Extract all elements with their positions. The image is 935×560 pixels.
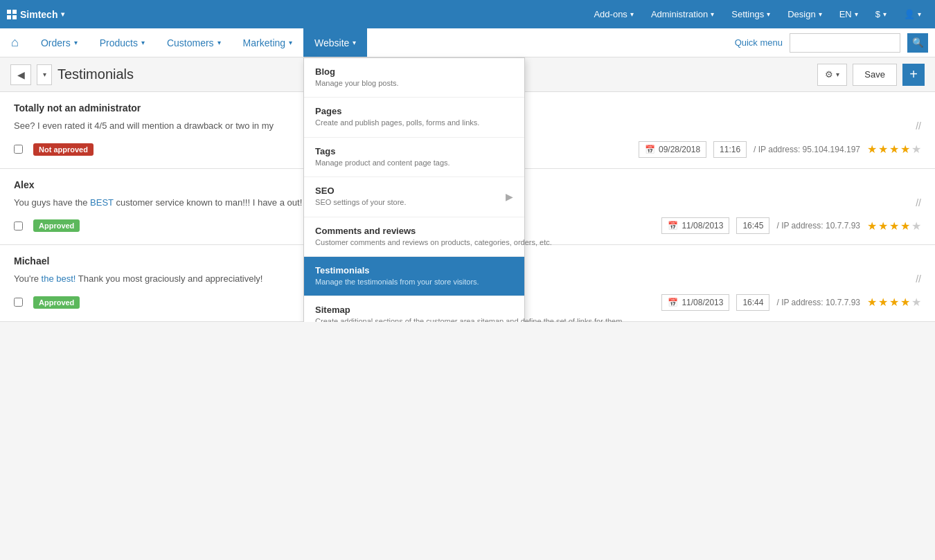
date-value-3: 11/08/2013 (682, 298, 723, 307)
nav-products[interactable]: Products ▾ (89, 28, 156, 57)
add-button[interactable]: + (902, 64, 925, 86)
dropdown-pages-title: Pages (315, 106, 513, 116)
dropdown-tags-title: Tags (315, 146, 513, 156)
gear-button[interactable]: ⚙ ▾ (817, 64, 847, 86)
products-label: Products (100, 37, 138, 48)
calendar-icon-3: 📅 (668, 298, 678, 307)
text-highlight-2: BEST (90, 197, 114, 208)
marketing-label: Marketing (243, 37, 285, 48)
administration-chevron-icon: ▾ (711, 10, 714, 18)
dropdown-blog[interactable]: Blog Manage your blog posts. (304, 58, 524, 98)
date-field-2[interactable]: 📅 11/08/2013 (661, 217, 729, 234)
resize-handle-3: // (916, 272, 921, 287)
products-chevron-icon: ▾ (141, 39, 145, 46)
currency-menu[interactable]: $ ▾ (869, 6, 893, 23)
currency-chevron-icon: ▾ (883, 10, 887, 18)
brand-logo[interactable]: Simtech ▾ (7, 9, 64, 20)
star-3-4: ★ (900, 296, 910, 309)
top-navigation-bar: Simtech ▾ Add-ons ▾ Administration ▾ Set… (0, 0, 935, 28)
back-button[interactable]: ◀ (10, 64, 31, 85)
nav-home[interactable]: ⌂ (0, 28, 30, 57)
user-chevron-icon: ▾ (918, 10, 921, 18)
nav-marketing[interactable]: Marketing ▾ (232, 28, 303, 57)
stars-2: ★ ★ ★ ★ ★ (867, 219, 921, 233)
date-value-1: 09/28/2018 (659, 145, 700, 154)
header-dropdown-button[interactable]: ▾ (37, 64, 52, 85)
language-menu[interactable]: EN ▾ (832, 6, 865, 23)
gear-chevron-icon: ▾ (836, 71, 839, 78)
nav-orders[interactable]: Orders ▾ (30, 28, 89, 57)
search-input[interactable] (790, 33, 900, 53)
testimonial-checkbox-1[interactable] (14, 145, 23, 154)
star-1-1: ★ (867, 143, 877, 156)
administration-menu[interactable]: Administration ▾ (644, 6, 721, 23)
testimonial-checkbox-2[interactable] (14, 222, 23, 231)
time-field-3[interactable]: 16:44 (736, 294, 769, 311)
time-value-1: 11:16 (720, 145, 740, 154)
marketing-chevron-icon: ▾ (289, 39, 292, 46)
date-value-2: 11/08/2013 (682, 221, 723, 231)
dropdown-seo-desc: SEO settings of your store. (315, 197, 406, 208)
user-menu[interactable]: 👤 ▾ (897, 6, 928, 23)
dropdown-pages-desc: Create and publish pages, polls, forms a… (315, 118, 513, 128)
addons-menu[interactable]: Add-ons ▾ (587, 6, 640, 23)
dropdown-testimonials[interactable]: Testimonials Manage the testimonials fro… (304, 257, 524, 296)
time-field-1[interactable]: 11:16 (713, 141, 747, 158)
addons-chevron-icon: ▾ (630, 10, 634, 18)
date-field-3[interactable]: 📅 11/08/2013 (661, 294, 729, 311)
time-field-2[interactable]: 16:45 (736, 217, 769, 234)
orders-chevron-icon: ▾ (74, 39, 78, 46)
top-bar-right: Add-ons ▾ Administration ▾ Settings ▾ De… (587, 6, 928, 23)
grid-icon (7, 10, 17, 19)
dropdown-sitemap-desc: Create additional sections of the custom… (315, 316, 513, 321)
dropdown-tags[interactable]: Tags Manage product and content page tag… (304, 138, 524, 177)
star-2-1: ★ (867, 219, 877, 233)
star-1-2: ★ (878, 143, 888, 156)
second-bar-right: Quick menu 🔍 (735, 28, 935, 57)
user-icon: 👤 (904, 9, 915, 19)
nav-customers[interactable]: Customers ▾ (156, 28, 232, 57)
search-button[interactable]: 🔍 (907, 33, 928, 53)
customers-chevron-icon: ▾ (217, 39, 221, 46)
ip-address-2: / IP address: 10.7.7.93 (776, 221, 860, 231)
date-field-1[interactable]: 📅 09/28/2018 (639, 141, 706, 158)
language-chevron-icon: ▾ (855, 10, 858, 18)
time-value-3: 16:44 (742, 298, 763, 307)
dropdown-pages[interactable]: Pages Create and publish pages, polls, f… (304, 98, 524, 137)
stars-3: ★ ★ ★ ★ ★ (867, 296, 921, 309)
save-button[interactable]: Save (853, 64, 897, 86)
customers-label: Customers (167, 37, 214, 48)
dropdown-seo[interactable]: SEO SEO settings of your store. ▶ (304, 177, 524, 217)
settings-menu[interactable]: Settings ▾ (724, 6, 777, 23)
dropdown-testimonials-desc: Manage the testimonials from your store … (315, 277, 513, 287)
ip-address-3: / IP address: 10.7.7.93 (776, 298, 860, 307)
status-badge-3: Approved (33, 296, 80, 309)
quick-menu-link[interactable]: Quick menu (735, 37, 783, 48)
testimonial-checkbox-3[interactable] (14, 298, 23, 307)
dropdown-testimonials-title: Testimonials (315, 265, 513, 276)
resize-handle-1: // (916, 119, 921, 134)
star-1-5: ★ (911, 143, 921, 156)
ip-address-1: / IP address: 95.104.194.197 (754, 145, 860, 154)
status-badge-2: Approved (33, 219, 80, 232)
brand-name: Simtech (20, 9, 57, 20)
brand-chevron-icon: ▾ (61, 10, 64, 18)
dropdown-tags-desc: Manage product and content page tags. (315, 158, 513, 168)
design-chevron-icon: ▾ (819, 10, 822, 18)
calendar-icon-1: 📅 (645, 145, 655, 154)
star-3-2: ★ (878, 296, 888, 309)
secondary-navigation-bar: ⌂ Orders ▾ Products ▾ Customers ▾ Market… (0, 28, 935, 57)
dropdown-comments-reviews[interactable]: Comments and reviews Customer comments a… (304, 217, 524, 257)
star-2-5: ★ (911, 219, 921, 233)
dropdown-sitemap[interactable]: Sitemap Create additional sections of th… (304, 296, 524, 321)
nav-website[interactable]: Website ▾ Blog Manage your blog posts. P… (303, 28, 367, 57)
star-3-1: ★ (867, 296, 877, 309)
star-2-4: ★ (900, 219, 910, 233)
text-highlight-3: the best! (42, 273, 76, 284)
design-menu[interactable]: Design ▾ (781, 6, 828, 23)
gear-icon: ⚙ (825, 69, 833, 80)
dropdown-sitemap-title: Sitemap (315, 305, 513, 315)
time-value-2: 16:45 (742, 221, 763, 231)
star-3-5: ★ (911, 296, 921, 309)
home-icon: ⌂ (11, 35, 19, 50)
